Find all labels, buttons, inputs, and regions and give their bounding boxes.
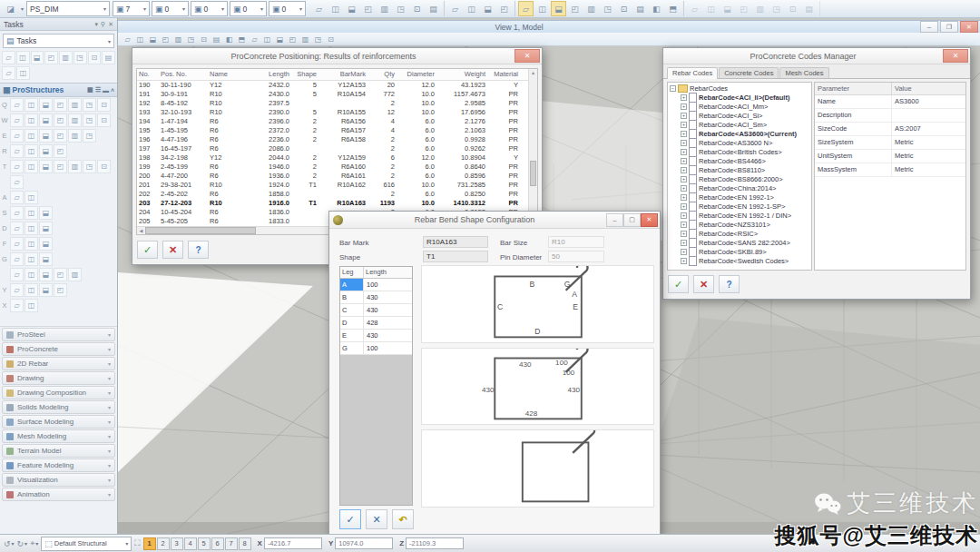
toolbar-icon[interactable]: ▥ bbox=[752, 1, 768, 16]
expand-icon[interactable]: + bbox=[681, 185, 687, 192]
accordion-item-visualization[interactable]: Visualization▾ bbox=[2, 473, 115, 487]
toolbar-icon[interactable]: ◫ bbox=[328, 1, 343, 16]
bend-dialog-titlebar[interactable]: Rebar Bend Shape Configuration ‒ ▢ ✕ bbox=[329, 212, 660, 229]
column-header[interactable]: BarMark bbox=[318, 69, 368, 80]
history-forward-icon[interactable]: ↻▾ bbox=[17, 539, 28, 548]
scroll-up-icon[interactable]: ▲ bbox=[529, 69, 537, 76]
close-button[interactable]: ✕ bbox=[641, 213, 658, 227]
tab-mesh-codes[interactable]: Mesh Codes bbox=[779, 67, 828, 78]
column-header[interactable]: Diameter bbox=[397, 69, 436, 80]
x-field[interactable]: -4216.7 bbox=[264, 537, 322, 549]
toolbar-icon[interactable]: ▱ bbox=[10, 129, 24, 143]
help-button[interactable]: ? bbox=[188, 241, 209, 259]
expand-icon[interactable]: + bbox=[681, 222, 687, 228]
accordion-item-proconcrete[interactable]: ProConcrete▾ bbox=[2, 342, 115, 356]
table-row[interactable]: 20327-12-203R101916.0T1R10A163119310.014… bbox=[137, 199, 529, 208]
toolbar-icon[interactable]: ▱ bbox=[10, 206, 24, 220]
table-row[interactable]: 1964-47-196R62236.02R6A15826.00.9928PR bbox=[137, 135, 529, 144]
minimize-button[interactable]: ‒ bbox=[920, 21, 938, 33]
toolbar-icon[interactable]: ◰ bbox=[54, 129, 67, 143]
column-header[interactable]: Material bbox=[487, 69, 520, 80]
toolbar-icon[interactable]: ⬓ bbox=[147, 34, 159, 45]
toolbar-icon[interactable]: ▤ bbox=[801, 1, 817, 16]
leg-row[interactable]: C430 bbox=[340, 304, 412, 317]
toolbar-icon[interactable]: ◧ bbox=[649, 1, 664, 16]
toolbar-icon[interactable]: ◫ bbox=[134, 34, 146, 45]
element-selection-icon[interactable]: ◪ bbox=[3, 1, 18, 16]
view-toggle-6[interactable]: 6 bbox=[211, 537, 224, 550]
view-groups-icon[interactable]: ⛶ bbox=[134, 538, 140, 548]
y-field[interactable]: 10974.0 bbox=[335, 537, 393, 549]
leg-cell[interactable]: A bbox=[340, 279, 364, 291]
toolbar-icon[interactable]: ◰ bbox=[54, 268, 67, 281]
tree-item[interactable]: +RebarCode<NZS3101> bbox=[668, 220, 811, 229]
leg-row[interactable]: E430 bbox=[340, 330, 412, 342]
help-button[interactable]: ? bbox=[719, 275, 740, 293]
view-toggle-3[interactable]: 3 bbox=[171, 537, 183, 550]
codes-manager-titlebar[interactable]: ProConcrete Codes Manager ✕ bbox=[663, 48, 970, 64]
tree-item[interactable]: +RebarCode<AS3600>(Current) bbox=[668, 129, 811, 138]
tree-item[interactable]: +RebarCode<EN 1992-1 / DIN> bbox=[668, 211, 811, 220]
toolbar-icon[interactable]: ⬓ bbox=[39, 98, 53, 112]
toolbar-icon[interactable]: ◫ bbox=[24, 222, 38, 235]
toolbar-icon[interactable]: ◰ bbox=[287, 34, 299, 45]
view-toggle-1[interactable]: 1 bbox=[143, 537, 156, 550]
expand-icon[interactable]: + bbox=[681, 231, 687, 237]
expand-icon[interactable]: + bbox=[681, 113, 687, 119]
view-toggle-8[interactable]: 8 bbox=[239, 537, 251, 550]
accordion-item-drawing-composition[interactable]: Drawing Composition▾ bbox=[2, 386, 115, 399]
column-header[interactable]: Shape bbox=[291, 69, 318, 80]
toolbar-icon[interactable]: ◳ bbox=[83, 98, 96, 112]
toolbar-icon[interactable]: ◧ bbox=[223, 34, 235, 45]
tree-item[interactable]: +RebarCode<BS4466> bbox=[668, 156, 811, 165]
snap-mode-icon[interactable]: ⌖▾ bbox=[30, 538, 38, 548]
length-cell[interactable]: 100 bbox=[364, 342, 412, 354]
expand-icon[interactable]: + bbox=[681, 131, 687, 137]
toolbar-icon[interactable]: ◫ bbox=[464, 1, 479, 16]
toolbar-icon[interactable]: ▱ bbox=[2, 66, 15, 80]
toolbar-icon[interactable]: ◫ bbox=[24, 144, 38, 158]
toolbar-icon[interactable]: ▱ bbox=[122, 34, 133, 45]
expand-icon[interactable]: + bbox=[681, 212, 687, 219]
toolbar-icon[interactable]: ▥ bbox=[68, 160, 82, 173]
accordion-item-feature-modeling[interactable]: Feature Modeling▾ bbox=[2, 458, 115, 472]
toolbar-icon[interactable]: ◫ bbox=[703, 1, 719, 16]
cancel-button[interactable]: ✕ bbox=[366, 509, 387, 529]
view-toggle-4[interactable]: 4 bbox=[184, 537, 197, 550]
toolbar-icon[interactable]: ◳ bbox=[312, 34, 324, 45]
view-toggle-5[interactable]: 5 bbox=[198, 537, 211, 550]
toolbar-icon[interactable]: ◰ bbox=[360, 1, 376, 16]
toolbar-icon[interactable]: ◫ bbox=[16, 66, 30, 80]
restore-button[interactable]: ❐ bbox=[940, 21, 958, 33]
toolbar-icon[interactable]: ▤ bbox=[632, 1, 648, 16]
table-row[interactable]: 19716-45-197R62086.026.00.9262PR bbox=[137, 144, 529, 153]
tree-item[interactable]: +RebarCode<BS8110> bbox=[668, 165, 811, 174]
toolbar-icon[interactable]: ⊡ bbox=[97, 113, 111, 127]
toolbar-icon[interactable]: ▱ bbox=[10, 222, 24, 235]
tree-item[interactable]: +RebarCode<British Codes> bbox=[668, 147, 811, 156]
length-cell[interactable]: 430 bbox=[364, 304, 412, 316]
toolbar-icon[interactable]: ▥ bbox=[377, 1, 392, 16]
param-row[interactable]: SizeSystemMetric bbox=[815, 136, 965, 150]
toolbar-icon[interactable]: ◳ bbox=[83, 113, 96, 127]
length-cell[interactable]: 100 bbox=[364, 279, 412, 291]
toolbar-icon[interactable]: ⊡ bbox=[88, 51, 102, 64]
toolbar-icon[interactable]: ⬓ bbox=[39, 129, 53, 143]
expand-icon[interactable]: + bbox=[681, 104, 687, 110]
tree-item[interactable]: +RebarCode<Swedish Codes> bbox=[668, 256, 811, 265]
tree-item[interactable]: +RebarCode<EN 1992-1-SP> bbox=[668, 202, 811, 211]
toolbar-icon[interactable]: ⊡ bbox=[325, 34, 337, 45]
close-icon[interactable]: ✕ bbox=[943, 49, 968, 63]
toolbar-icon[interactable]: ◫ bbox=[534, 1, 550, 16]
attribute-combo[interactable]: ▣0▾ bbox=[191, 1, 228, 16]
expand-icon[interactable]: + bbox=[681, 167, 687, 173]
accordion-item-animation[interactable]: Animation▾ bbox=[2, 488, 115, 501]
toolbar-icon[interactable]: ◰ bbox=[54, 160, 67, 173]
accordion-item-solids-modeling[interactable]: Solids Modeling▾ bbox=[2, 400, 115, 414]
collapse-icon[interactable]: ˄ bbox=[111, 87, 114, 94]
toolbar-icon[interactable]: ▱ bbox=[447, 1, 463, 16]
expand-icon[interactable]: + bbox=[681, 258, 687, 264]
toolbar-icon[interactable]: ⊡ bbox=[616, 1, 632, 16]
toolbar-icon[interactable]: ◰ bbox=[567, 1, 583, 16]
tree-item[interactable]: +RebarCode<RSIC> bbox=[668, 229, 811, 238]
